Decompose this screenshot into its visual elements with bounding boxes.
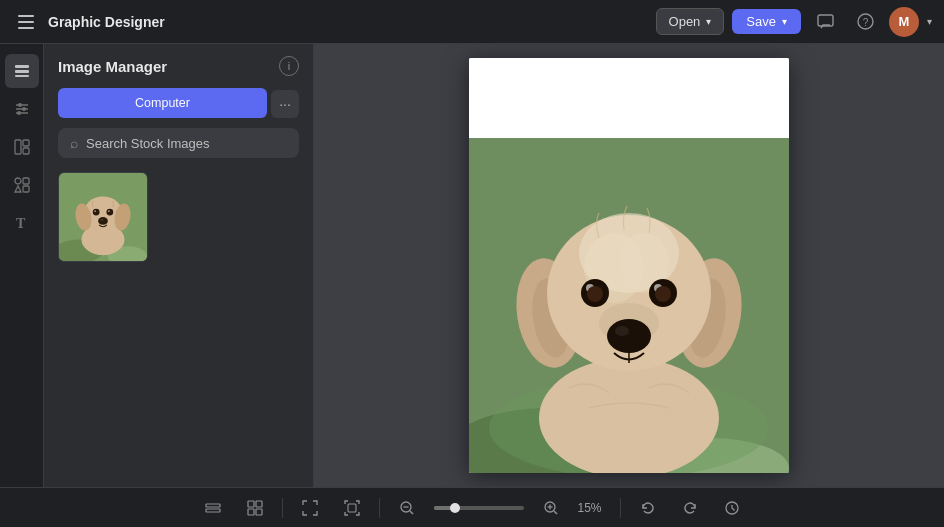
svg-line-69	[554, 511, 557, 514]
zoom-slider-container	[434, 506, 524, 510]
dog-thumbnail-image	[59, 172, 147, 262]
svg-rect-5	[15, 75, 29, 77]
avatar[interactable]: M	[889, 7, 919, 37]
zoom-in-button[interactable]	[536, 493, 566, 523]
svg-point-30	[108, 210, 110, 212]
help-icon: ?	[857, 13, 874, 30]
layer-stack-icon	[205, 500, 221, 516]
comment-icon-button[interactable]	[809, 6, 841, 38]
svg-rect-14	[23, 148, 29, 154]
svg-rect-59	[256, 501, 262, 507]
panel-tabs: Computer ···	[44, 84, 313, 122]
history-icon	[724, 500, 740, 516]
svg-rect-58	[248, 501, 254, 507]
canvas-image-section	[469, 138, 789, 473]
tab-more-button[interactable]: ···	[271, 90, 299, 118]
svg-point-31	[98, 217, 108, 225]
svg-rect-16	[23, 178, 29, 184]
hamburger-line-3	[18, 27, 34, 29]
layers-icon	[13, 62, 31, 80]
zoom-percent-label: 15%	[578, 501, 608, 515]
svg-rect-57	[206, 509, 220, 512]
adjust-tool-button[interactable]	[5, 92, 39, 126]
side-panel: Image Manager i Computer ··· ⌕ Search St…	[44, 44, 314, 487]
svg-text:?: ?	[862, 17, 868, 28]
search-stock-button[interactable]: ⌕ Search Stock Images	[58, 128, 299, 158]
svg-point-15	[15, 178, 21, 184]
divider-1	[282, 498, 283, 518]
svg-marker-17	[15, 186, 21, 192]
panel-images	[44, 164, 313, 270]
svg-point-7	[18, 103, 22, 107]
fullscreen-icon	[302, 500, 318, 516]
svg-rect-12	[15, 140, 21, 154]
canvas-dog-image	[469, 138, 789, 473]
app-header: Graphic Designer Open ▾ Save ▾ ? M ▾	[0, 0, 944, 44]
fullscreen-button[interactable]	[295, 493, 325, 523]
grid-bottom-button[interactable]	[240, 493, 270, 523]
svg-point-54	[607, 319, 651, 353]
svg-rect-4	[15, 70, 29, 73]
fit-icon	[344, 500, 360, 516]
layout-tool-button[interactable]	[5, 130, 39, 164]
svg-point-38	[539, 358, 719, 473]
text-tool-button[interactable]: T	[5, 206, 39, 240]
redo-button[interactable]	[675, 493, 705, 523]
svg-rect-61	[256, 509, 262, 515]
divider-3	[620, 498, 621, 518]
open-button[interactable]: Open ▾	[656, 8, 725, 35]
zoom-in-icon	[544, 501, 558, 515]
left-toolbar: T	[0, 44, 44, 487]
layers-tool-button[interactable]	[5, 54, 39, 88]
tab-computer[interactable]: Computer	[58, 88, 267, 118]
svg-rect-18	[23, 186, 29, 192]
bottom-toolbar: 15%	[0, 487, 944, 527]
info-icon-button[interactable]: i	[279, 56, 299, 76]
svg-rect-62	[348, 504, 356, 512]
app-title: Graphic Designer	[48, 14, 165, 30]
zoom-slider-fill	[434, 506, 452, 510]
text-icon: T	[13, 214, 31, 232]
save-label: Save	[746, 14, 776, 29]
save-chevron-icon: ▾	[782, 16, 787, 27]
comment-icon	[817, 14, 834, 30]
divider-2	[379, 498, 380, 518]
svg-point-9	[22, 107, 26, 111]
open-label: Open	[669, 14, 701, 29]
layout-icon	[13, 138, 31, 156]
history-button[interactable]	[717, 493, 747, 523]
svg-point-32	[101, 219, 104, 221]
menu-button[interactable]	[12, 8, 40, 36]
svg-rect-13	[23, 140, 29, 146]
undo-icon	[640, 500, 656, 516]
canvas	[469, 58, 789, 473]
panel-header: Image Manager i	[44, 44, 313, 84]
search-stock-label: Search Stock Images	[86, 136, 210, 151]
canvas-white-section	[469, 58, 789, 138]
canvas-area[interactable]	[314, 44, 944, 487]
save-button[interactable]: Save ▾	[732, 9, 801, 34]
help-icon-button[interactable]: ?	[849, 6, 881, 38]
redo-icon	[682, 500, 698, 516]
svg-point-27	[93, 209, 100, 216]
elements-tool-button[interactable]	[5, 168, 39, 202]
fit-button[interactable]	[337, 493, 367, 523]
svg-rect-56	[206, 504, 220, 507]
search-icon: ⌕	[70, 135, 78, 151]
grid-icon	[247, 500, 263, 516]
layer-bottom-button[interactable]	[198, 493, 228, 523]
main-content: T Image Manager i Computer ··· ⌕ Search …	[0, 44, 944, 487]
zoom-out-button[interactable]	[392, 493, 422, 523]
image-thumbnail[interactable]	[58, 172, 148, 262]
undo-button[interactable]	[633, 493, 663, 523]
hamburger-line-2	[18, 21, 34, 23]
adjust-icon	[13, 100, 31, 118]
svg-text:T: T	[16, 216, 26, 231]
svg-point-52	[655, 286, 671, 302]
zoom-slider-thumb[interactable]	[450, 503, 460, 513]
zoom-slider[interactable]	[434, 506, 524, 510]
svg-point-11	[17, 111, 21, 115]
open-chevron-icon: ▾	[706, 16, 711, 27]
svg-point-51	[587, 286, 603, 302]
avatar-chevron-icon[interactable]: ▾	[927, 16, 932, 27]
